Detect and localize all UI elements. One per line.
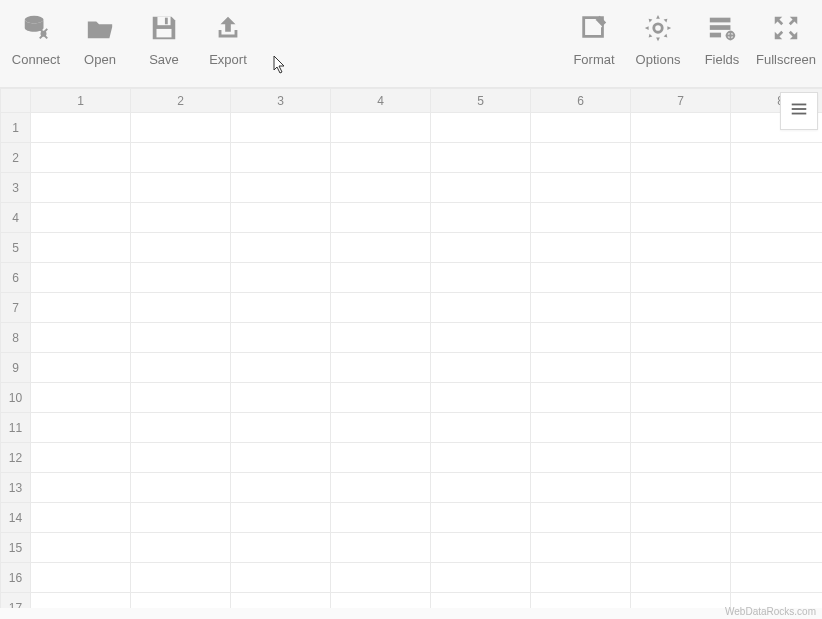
cell[interactable]	[331, 293, 431, 323]
cell[interactable]	[31, 233, 131, 263]
cell[interactable]	[331, 323, 431, 353]
cell[interactable]	[231, 503, 331, 533]
cell[interactable]	[431, 593, 531, 609]
cell[interactable]	[331, 263, 431, 293]
cell[interactable]	[431, 203, 531, 233]
cell[interactable]	[431, 353, 531, 383]
cell[interactable]	[331, 113, 431, 143]
cell[interactable]	[231, 443, 331, 473]
row-header[interactable]: 2	[1, 143, 31, 173]
cell[interactable]	[331, 233, 431, 263]
cell[interactable]	[31, 113, 131, 143]
cell[interactable]	[431, 143, 531, 173]
cell[interactable]	[31, 173, 131, 203]
cell[interactable]	[331, 143, 431, 173]
cell[interactable]	[131, 173, 231, 203]
row-header[interactable]: 6	[1, 263, 31, 293]
row-header[interactable]: 11	[1, 413, 31, 443]
cell[interactable]	[531, 233, 631, 263]
row-header[interactable]: 7	[1, 293, 31, 323]
row-header[interactable]: 8	[1, 323, 31, 353]
cell[interactable]	[31, 413, 131, 443]
cell[interactable]	[531, 203, 631, 233]
col-header[interactable]: 5	[431, 89, 531, 113]
cell[interactable]	[131, 323, 231, 353]
cell[interactable]	[631, 563, 731, 593]
cell[interactable]	[631, 263, 731, 293]
cell[interactable]	[31, 443, 131, 473]
cell[interactable]	[331, 383, 431, 413]
cell[interactable]	[631, 203, 731, 233]
cell[interactable]	[31, 563, 131, 593]
cell[interactable]	[431, 533, 531, 563]
cell[interactable]	[231, 413, 331, 443]
cell[interactable]	[331, 473, 431, 503]
cell[interactable]	[31, 473, 131, 503]
cell[interactable]	[331, 413, 431, 443]
export-button[interactable]: Export	[196, 12, 260, 81]
cell[interactable]	[731, 443, 823, 473]
cell[interactable]	[731, 323, 823, 353]
cell[interactable]	[731, 293, 823, 323]
cell[interactable]	[131, 293, 231, 323]
cell[interactable]	[731, 203, 823, 233]
cell[interactable]	[31, 293, 131, 323]
cell[interactable]	[231, 383, 331, 413]
cell[interactable]	[631, 143, 731, 173]
cell[interactable]	[731, 173, 823, 203]
cell[interactable]	[131, 443, 231, 473]
cell[interactable]	[431, 293, 531, 323]
cell[interactable]	[31, 353, 131, 383]
cell[interactable]	[131, 593, 231, 609]
cell[interactable]	[231, 173, 331, 203]
cell[interactable]	[531, 353, 631, 383]
row-header[interactable]: 3	[1, 173, 31, 203]
cell[interactable]	[731, 263, 823, 293]
cell[interactable]	[531, 503, 631, 533]
cell[interactable]	[631, 293, 731, 323]
cell[interactable]	[531, 473, 631, 503]
cell[interactable]	[531, 413, 631, 443]
cell[interactable]	[131, 473, 231, 503]
cell[interactable]	[731, 143, 823, 173]
cell[interactable]	[331, 563, 431, 593]
cell[interactable]	[431, 383, 531, 413]
cell[interactable]	[431, 503, 531, 533]
cell[interactable]	[31, 263, 131, 293]
cell[interactable]	[31, 323, 131, 353]
cell[interactable]	[631, 503, 731, 533]
cell[interactable]	[131, 563, 231, 593]
cell[interactable]	[231, 593, 331, 609]
cell[interactable]	[531, 323, 631, 353]
col-header[interactable]: 1	[31, 89, 131, 113]
cell[interactable]	[531, 383, 631, 413]
cell[interactable]	[731, 503, 823, 533]
row-header[interactable]: 10	[1, 383, 31, 413]
cell[interactable]	[31, 503, 131, 533]
cell[interactable]	[331, 353, 431, 383]
cell[interactable]	[331, 443, 431, 473]
cell[interactable]	[431, 233, 531, 263]
row-header[interactable]: 5	[1, 233, 31, 263]
row-header[interactable]: 17	[1, 593, 31, 609]
cell[interactable]	[131, 413, 231, 443]
cell[interactable]	[231, 143, 331, 173]
format-button[interactable]: Format	[562, 12, 626, 81]
cell[interactable]	[431, 413, 531, 443]
cell[interactable]	[231, 263, 331, 293]
cell[interactable]	[131, 263, 231, 293]
options-button[interactable]: Options	[626, 12, 690, 81]
data-grid[interactable]: 1 2 3 4 5 6 7 8 123456789101112131415161…	[0, 88, 822, 608]
cell[interactable]	[631, 353, 731, 383]
cell[interactable]	[331, 593, 431, 609]
row-header[interactable]: 9	[1, 353, 31, 383]
cell[interactable]	[731, 533, 823, 563]
cell[interactable]	[131, 233, 231, 263]
col-header[interactable]: 2	[131, 89, 231, 113]
menu-button[interactable]	[780, 92, 818, 130]
open-button[interactable]: Open	[68, 12, 132, 81]
row-header[interactable]: 4	[1, 203, 31, 233]
cell[interactable]	[431, 473, 531, 503]
cell[interactable]	[531, 593, 631, 609]
cell[interactable]	[531, 143, 631, 173]
